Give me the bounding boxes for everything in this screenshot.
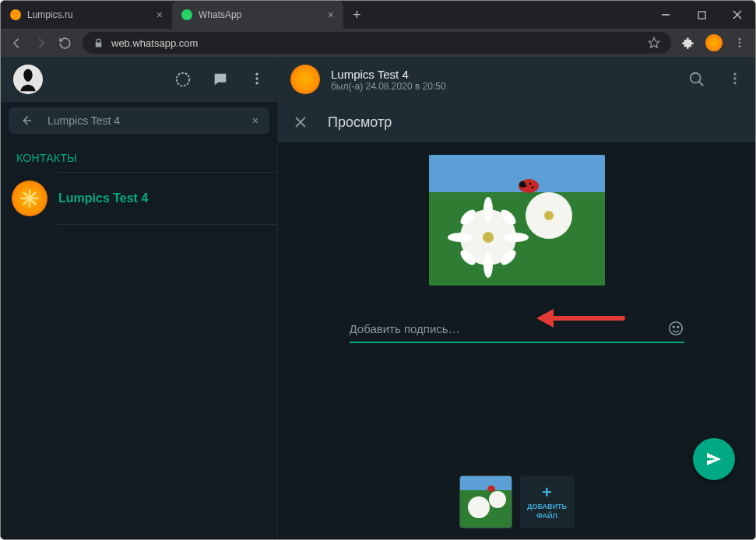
svg-point-6 <box>739 42 741 44</box>
menu-icon[interactable] <box>249 71 265 88</box>
svg-point-18 <box>691 73 701 83</box>
svg-point-33 <box>448 233 473 242</box>
send-button[interactable] <box>693 438 735 480</box>
maximize-button[interactable] <box>684 1 719 29</box>
tab-whatsapp[interactable]: WhatsApp × <box>172 1 343 29</box>
search-row: Lumpics Test 4 × <box>1 102 277 139</box>
minimize-button[interactable] <box>648 1 684 29</box>
svg-point-22 <box>733 82 736 84</box>
preview-header: Просмотр <box>278 102 755 142</box>
sidebar-header <box>1 57 277 102</box>
reload-button[interactable] <box>58 37 72 50</box>
chat-pane: Lumpics Test 4 был(-а) 24.08.2020 в 20:5… <box>278 57 755 539</box>
clear-search-icon[interactable]: × <box>252 114 258 127</box>
window-controls <box>648 1 755 29</box>
add-file-label: ФАЙЛ <box>536 512 557 520</box>
url-text: web.whatsapp.com <box>111 37 198 49</box>
svg-point-44 <box>669 322 682 335</box>
svg-point-43 <box>531 187 533 189</box>
svg-point-10 <box>255 73 258 75</box>
svg-point-7 <box>739 45 741 47</box>
image-preview[interactable] <box>429 155 605 286</box>
menu-icon[interactable] <box>733 37 746 49</box>
svg-rect-26 <box>429 155 605 192</box>
svg-point-21 <box>733 77 736 79</box>
svg-point-40 <box>519 181 526 188</box>
status-icon[interactable] <box>174 71 192 88</box>
svg-line-19 <box>699 82 704 86</box>
search-text: Lumpics Test 4 <box>47 114 120 127</box>
svg-point-20 <box>733 73 736 75</box>
tab-title: Lumpics.ru <box>27 9 73 20</box>
contact-item[interactable]: Lumpics Test 4 <box>1 173 277 224</box>
last-seen: был(-а) 24.08.2020 в 20:50 <box>331 81 446 92</box>
preview-title: Просмотр <box>328 114 392 131</box>
back-arrow-icon[interactable] <box>19 114 33 128</box>
svg-point-45 <box>673 326 674 328</box>
attachment-thumbnails: + ДОБАВИТЬ ФАЙЛ <box>459 475 575 528</box>
thumbnail[interactable] <box>459 475 512 528</box>
plus-icon: + <box>542 484 552 501</box>
extensions-icon[interactable] <box>682 37 694 49</box>
add-file-label: ДОБАВИТЬ <box>527 503 567 510</box>
favicon-whatsapp <box>181 9 192 20</box>
tab-strip: Lumpics.ru × WhatsApp × + <box>1 1 755 29</box>
svg-point-50 <box>489 491 506 508</box>
svg-point-30 <box>544 211 554 220</box>
tab-title: WhatsApp <box>199 9 241 20</box>
new-chat-icon[interactable] <box>212 71 229 88</box>
svg-point-42 <box>529 183 531 185</box>
close-preview-icon[interactable] <box>294 115 308 129</box>
chat-header-info[interactable]: Lumpics Test 4 был(-а) 24.08.2020 в 20:5… <box>331 68 446 92</box>
close-window-button[interactable] <box>719 1 755 29</box>
forward-button[interactable] <box>34 37 47 50</box>
svg-point-51 <box>487 486 495 492</box>
svg-point-41 <box>524 185 526 188</box>
contact-name: Lumpics Test 4 <box>58 191 148 205</box>
svg-rect-1 <box>698 12 705 19</box>
svg-point-12 <box>255 82 258 84</box>
own-avatar[interactable] <box>13 65 43 94</box>
svg-point-32 <box>483 253 493 278</box>
preview-area: + ДОБАВИТЬ ФАЙЛ <box>278 142 755 539</box>
add-file-button[interactable]: + ДОБАВИТЬ ФАЙЛ <box>520 475 575 528</box>
svg-point-9 <box>177 73 190 86</box>
address-bar[interactable]: web.whatsapp.com <box>83 32 671 54</box>
favicon-lumpics <box>10 9 21 20</box>
contact-avatar <box>12 181 47 216</box>
toolbar: web.whatsapp.com <box>1 29 755 57</box>
lock-icon <box>93 37 104 49</box>
svg-point-11 <box>255 77 258 79</box>
svg-point-34 <box>504 233 529 242</box>
caption-row <box>350 315 684 343</box>
emoji-icon[interactable] <box>667 320 684 337</box>
close-tab-icon[interactable]: × <box>156 9 163 21</box>
back-button[interactable] <box>10 37 23 50</box>
divider <box>57 224 277 225</box>
section-contacts-label: КОНТАКТЫ <box>1 139 277 172</box>
star-icon[interactable] <box>648 37 660 49</box>
close-tab-icon[interactable]: × <box>328 9 334 21</box>
profile-avatar-icon[interactable] <box>705 34 723 51</box>
whatsapp-app: Lumpics Test 4 × КОНТАКТЫ Lumpics Test 4… <box>1 57 755 539</box>
chat-header: Lumpics Test 4 был(-а) 24.08.2020 в 20:5… <box>278 57 755 102</box>
search-box[interactable]: Lumpics Test 4 × <box>9 107 269 134</box>
svg-point-5 <box>739 38 741 40</box>
svg-rect-48 <box>460 476 512 490</box>
browser-window: Lumpics.ru × WhatsApp × + web.whatsapp.c… <box>0 0 756 540</box>
chat-name: Lumpics Test 4 <box>331 68 446 81</box>
menu-icon[interactable] <box>727 71 743 88</box>
sidebar: Lumpics Test 4 × КОНТАКТЫ Lumpics Test 4 <box>1 57 278 539</box>
svg-point-46 <box>677 326 678 328</box>
svg-point-49 <box>468 496 490 518</box>
chat-avatar[interactable] <box>290 65 320 94</box>
svg-point-31 <box>483 197 493 222</box>
new-tab-button[interactable]: + <box>343 1 371 29</box>
tab-lumpics[interactable]: Lumpics.ru × <box>1 1 172 29</box>
annotation-arrow <box>536 309 625 328</box>
search-icon[interactable] <box>688 71 705 88</box>
svg-marker-4 <box>649 37 659 47</box>
svg-point-29 <box>483 232 494 243</box>
